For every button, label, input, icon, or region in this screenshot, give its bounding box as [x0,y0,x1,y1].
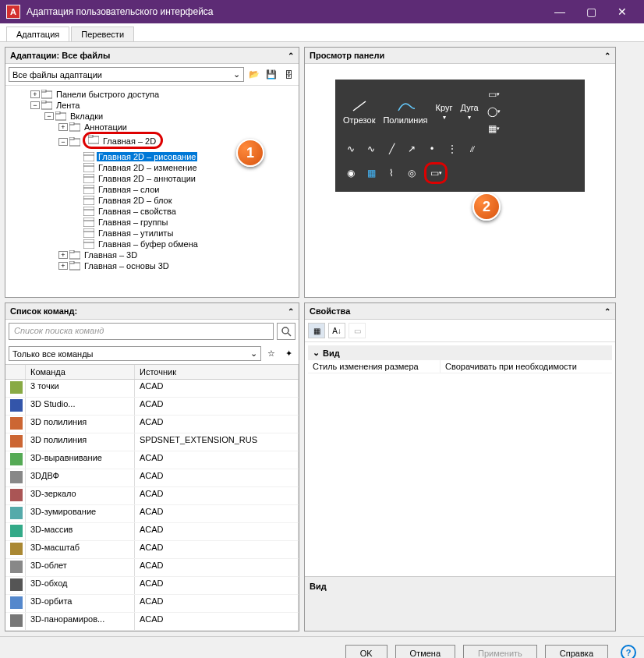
main-tabs: Адаптация Перевести [0,23,644,42]
tool-line[interactable]: Отрезок [343,98,375,125]
folder-icon [41,101,52,110]
props-page-button[interactable]: ▭ [349,323,366,338]
collapse-icon[interactable]: ⌃ [604,307,610,316]
tree-item[interactable]: Главная – группы [9,217,295,228]
command-row[interactable]: 3D-облетACAD [5,559,299,577]
tree-item[interactable]: Главная 2D – блок [9,195,295,206]
tool-region-icon[interactable]: ◉ [343,166,359,180]
tool-ellipse[interactable]: ◯ ▾ [487,104,502,119]
tool-xline-icon[interactable]: ╱ [384,142,399,156]
col-source[interactable]: Источник [135,365,299,379]
collapse-icon[interactable]: ⌃ [288,51,294,60]
command-icon [10,399,23,412]
tool-multipoint-icon[interactable]: ⋮ [444,142,460,156]
tab-adaptation[interactable]: Адаптация [6,27,69,41]
tool-spline-cv-icon[interactable]: ∿ [363,142,379,156]
col-command[interactable]: Команда [26,365,135,379]
callout-1: 1 [236,139,264,167]
tool-ray-icon[interactable]: ↗ [404,142,419,156]
command-filter-dropdown[interactable]: Только все команды ⌄ [9,346,261,361]
tree-item[interactable]: Главная – слои [9,184,295,195]
commands-header: Список команд: ⌃ [5,303,299,320]
ribbon-panel-preview: Отрезок Полилиния Круг ▾ Дуга [335,80,585,192]
tree-expand-icon[interactable]: + [30,90,40,98]
search-button[interactable] [277,323,295,340]
minimize-button[interactable]: — [544,0,575,23]
command-row[interactable]: 3 точкиACAD [5,380,299,398]
tree-expand-icon[interactable]: + [58,251,68,259]
tree-expand-icon[interactable]: − [44,112,54,120]
open-icon[interactable]: 📂 [247,68,261,82]
save-icon[interactable]: 💾 [264,68,278,82]
command-row[interactable]: 3D Studio...ACAD [5,398,299,416]
command-row[interactable]: 3D-панорамиров...ACAD [5,613,299,631]
tool-polyline[interactable]: Полилиния [383,98,427,125]
tree-item[interactable]: Главная – буфер обмена [9,239,295,249]
tool-spline-icon[interactable]: ∿ [343,142,359,156]
command-row[interactable]: 3D-масштабACAD [5,541,299,559]
collapse-icon[interactable]: ⌃ [604,51,610,60]
command-icon [10,435,23,448]
col-icon [5,365,26,379]
tree-item[interactable]: Главная 2D – аннотации [9,173,295,184]
tree-expand-icon[interactable]: − [30,101,40,109]
help-icon[interactable]: ? [621,645,636,658]
star-filter-icon[interactable]: ☆ [264,347,278,361]
command-row[interactable]: 3D полилинияSPDSNET_EXTENSION_RUS [5,433,299,451]
tool-arc[interactable]: Дуга ▾ [460,103,478,121]
command-row[interactable]: 3D-зумированиеACAD [5,505,299,523]
tool-3dpoly-icon[interactable]: ⌇ [384,166,399,180]
command-row[interactable]: 3D-массивACAD [5,523,299,541]
tool-hatch[interactable]: ▦ ▾ [487,122,502,136]
tree-item[interactable]: −Лента [9,100,295,111]
command-row[interactable]: 3D-орбитаACAD [5,595,299,613]
tree-item[interactable]: −Вкладки [9,111,295,122]
new-command-icon[interactable]: ✦ [281,347,295,361]
toolbar-small-row-2: ◉ ▦ ⌇ ◎ ▭ ▾ [343,162,577,184]
tree-item[interactable]: +Аннотации [9,122,295,133]
tree-expand-icon[interactable]: − [58,138,68,146]
panel-icon [83,196,94,205]
command-row[interactable]: 3D-выравниваниеACAD [5,451,299,469]
tree-item[interactable]: +Панели быстрого доступа [9,89,295,100]
categorized-view-button[interactable]: ▦ [308,323,325,338]
help-button[interactable]: Справка [545,645,608,658]
tool-rectangle[interactable]: ▭ ▾ [487,87,502,101]
tree-expand-icon[interactable]: + [58,123,68,131]
command-source: ACAD [135,380,299,397]
tool-donut-icon[interactable]: ◎ [404,166,419,180]
save-all-icon[interactable]: 🗄 [281,68,295,82]
props-category-view[interactable]: ⌄ Вид [308,345,612,360]
tool-wipeout-icon[interactable]: ▦ [363,166,379,180]
tree-item[interactable]: Главная – утилиты [9,228,295,239]
command-row[interactable]: 3DДВФACAD [5,469,299,487]
command-icon [10,471,23,483]
adaptation-files-dropdown[interactable]: Все файлы адаптации ⌄ [9,67,244,82]
maximize-button[interactable]: ▢ [575,0,607,23]
tool-point-icon[interactable]: • [424,142,440,156]
tree-item[interactable]: Главная – свойства [9,206,295,217]
properties-header: Свойства ⌃ [305,303,615,320]
command-row[interactable]: 3D-обходACAD [5,577,299,595]
commands-table[interactable]: Команда Источник 3 точкиACAD3D Studio...… [5,364,299,631]
tree-item[interactable]: +Главная – 3D [9,249,295,260]
adaptation-tree[interactable]: 1 +Панели быстрого доступа−Лента−Вкладки… [5,86,299,297]
tree-item[interactable]: +Главная – основы 3D [9,260,295,271]
close-button[interactable]: ✕ [607,0,638,23]
preview-panel: Просмотр панели ⌃ Отрезок Полилиния [304,47,616,298]
command-row[interactable]: 3D-зеркалоACAD [5,487,299,505]
cancel-button[interactable]: Отмена [395,645,455,658]
command-row[interactable]: 3D полилинияACAD [5,416,299,433]
alphabetical-view-button[interactable]: A↓ [328,323,345,338]
command-search-input[interactable]: Список поиска команд [9,323,274,340]
collapse-icon[interactable]: ⌃ [288,307,294,316]
tool-revcloud-icon[interactable]: ▭ ▾ [428,166,444,180]
tool-circle[interactable]: Круг ▾ [436,103,453,121]
tab-translate[interactable]: Перевести [71,27,134,41]
props-row-resize-style[interactable]: Стиль изменения размера Сворачивать при … [308,360,612,373]
tree-expand-icon[interactable]: + [58,262,68,270]
apply-button[interactable]: Применить [463,645,537,658]
highlighted-tool: ▭ ▾ [424,162,448,184]
tool-divide-icon[interactable]: ⫽ [465,142,480,156]
ok-button[interactable]: OK [345,645,387,658]
